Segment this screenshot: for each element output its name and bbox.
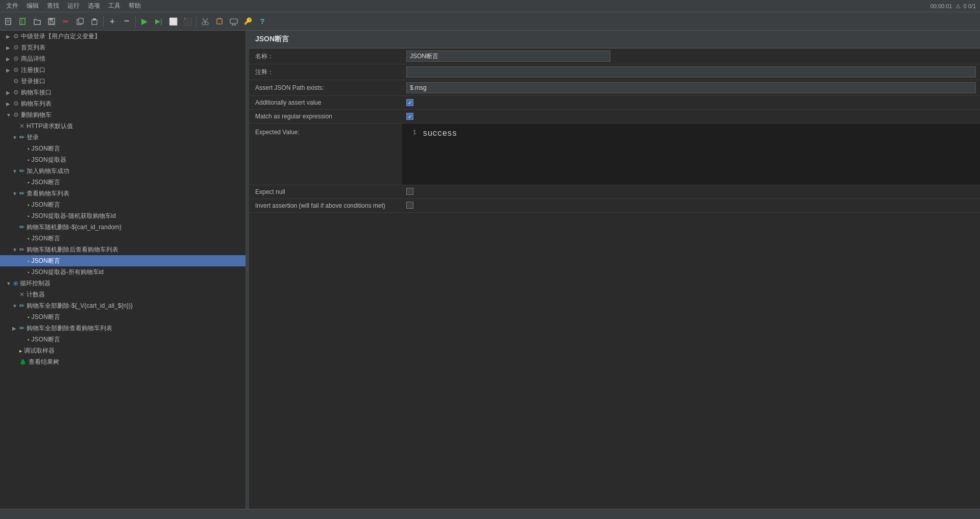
tree-label: 商品详情 [21,55,45,63]
tree-item-home-list[interactable]: ▶ ⚙ 首页列表 [0,42,246,53]
comment-value-cell [402,64,980,80]
tree-item-json-assert-7[interactable]: ▶ ▪ JSON断言 [0,334,246,345]
gear-icon: ⚙ [13,33,19,40]
tree-label: 购物车列表 [21,100,52,108]
tree-item-json-extract-1[interactable]: ▶ ▪ JSON提取器 [0,154,246,165]
tree-item-json-extract-all[interactable]: ▶ ▪ JSON提取器-所有购物车id [0,266,246,278]
tree-item-add-cart[interactable]: ▼ ✏ 加入购物车成功 [0,165,246,177]
tree-item-cart-list[interactable]: ▶ ⚙ 购物车列表 [0,98,246,109]
json-icon: ▪ [28,236,30,241]
tree-item-login[interactable]: ▼ ✏ 登录 [0,132,246,143]
assert-path-input[interactable] [406,82,976,93]
json-icon: ▪ [28,180,30,185]
menu-options[interactable]: 选项 [84,1,104,11]
comment-row: 注释： [249,64,980,80]
tree-label: 购物车全部删除查看购物车列表 [27,324,112,333]
toolbar-run[interactable]: ▶ [138,15,151,28]
toolbar-paste[interactable] [88,15,101,28]
tree-item-login-interface[interactable]: ▶ ⚙ 登录接口 [0,76,246,87]
toolbar-ssl[interactable]: 🔑 [241,15,255,28]
invert-assertion-checkbox[interactable] [406,202,413,209]
warning-icon: ⚠ [955,3,961,10]
arrow-login: ▼ [12,135,18,140]
tree-item-json-assert-1[interactable]: ▶ ▪ JSON断言 [0,143,246,154]
assertion-form: 名称： 注释： Assert JSON Path exi [249,48,980,213]
menu-run[interactable]: 运行 [63,1,84,11]
tree-label: JSON断言 [32,257,60,265]
tree-item-cart-random-delete[interactable]: ▶ ✏ 购物车随机删除-${cart_id_random} [0,221,246,233]
tree-item-json-assert-6[interactable]: ▶ ▪ JSON断言 [0,311,246,323]
tree-item-view-after-delete[interactable]: ▼ ✏ 购物车随机删除后查看购物车列表 [0,244,246,255]
assertion-editor-panel: JSON断言 名称： 注释： [249,31,980,509]
expect-null-checkbox[interactable] [406,188,413,195]
toolbar-function-helper[interactable]: ? [256,15,269,28]
toolbar-new-template[interactable] [16,15,30,28]
tree-item-loop-controller[interactable]: ▼ ⊞ 循环控制器 [0,278,246,289]
match-regex-checkbox[interactable] [406,113,413,120]
tree-item-json-assert-3[interactable]: ▶ ▪ JSON断言 [0,199,246,210]
assert-path-label: Assert JSON Path exists: [249,80,402,96]
comment-label: 注释： [249,64,402,80]
tree-label: 调试取样器 [24,347,55,355]
expect-null-value-cell [402,185,980,199]
tree-item-counter[interactable]: ▶ ✕ 计数器 [0,289,246,300]
tree-item-json-assert-5[interactable]: ▶ ▪ JSON断言 [0,255,246,266]
svg-rect-16 [230,19,237,23]
toolbar-expand[interactable]: + [106,15,119,28]
tree-label: JSON断言 [32,313,60,322]
tree-item-register[interactable]: ▶ ⚙ 注册接口 [0,64,246,76]
toolbar-new-plan[interactable] [2,15,15,28]
toolbar-copy[interactable] [74,15,87,28]
arrow-cart-interface: ▶ [6,90,12,95]
line-numbers: 1 [406,128,416,181]
toolbar-stop[interactable]: ⬜ [166,15,180,28]
svg-rect-0 [6,18,11,24]
menu-edit[interactable]: 编辑 [22,1,43,11]
tree-item-debug-sampler[interactable]: ▶ ▸ 调试取样器 [0,345,246,356]
tree-item-product-detail[interactable]: ▶ ⚙ 商品详情 [0,53,246,64]
menu-help[interactable]: 帮助 [125,1,145,11]
expected-value-cell: 1 success [402,123,980,185]
additionally-assert-row: Additionally assert value [249,96,980,110]
comment-input[interactable] [406,66,976,78]
toolbar-cut[interactable]: ✂ [59,15,72,28]
arrow-view-after-delete: ▼ [12,247,18,253]
toolbar-sep-1 [103,16,104,27]
name-input[interactable] [406,51,610,62]
tree-item-result-tree[interactable]: ▶ 🌲 查看结果树 [0,356,246,367]
tree-item-delete-cart[interactable]: ▼ ⚙ 删除购物车 [0,109,246,120]
toolbar-run-nopause[interactable]: ▶| [152,15,165,28]
toolbar-cut2[interactable] [199,15,212,28]
tree-item-delete-all-carts[interactable]: ▼ ✏ 购物车全部删除-${_V(cart_id_all_${n})} [0,300,246,311]
code-content[interactable]: success [423,128,976,181]
tree-item-json-assert-2[interactable]: ▶ ▪ JSON断言 [0,177,246,188]
name-label: 名称： [249,48,402,64]
tree-label: 循环控制器 [20,279,51,288]
toolbar-save[interactable] [45,15,58,28]
menu-find[interactable]: 查找 [43,1,63,11]
toolbar-shutdown[interactable]: ⬛ [181,15,194,28]
pencil-icon: ✏ [19,134,24,141]
tree-item-http-default[interactable]: ▶ ✕ HTTP请求默认值 [0,120,246,132]
svg-rect-11 [93,18,96,20]
pencil-icon: ✏ [19,167,24,175]
tree-item-cart-interface[interactable]: ▶ ⚙ 购物车接口 [0,87,246,98]
additionally-assert-checkbox[interactable] [406,99,413,106]
tree-item-view-all-deleted[interactable]: ▶ ✏ 购物车全部删除查看购物车列表 [0,323,246,334]
expected-value-editor[interactable]: 1 success [402,123,980,185]
tree-item-view-cart[interactable]: ▼ ✏ 查看购物车列表 [0,188,246,199]
tree-label: JSON断言 [32,335,60,344]
toolbar-remote[interactable] [227,15,240,28]
name-value-cell [402,48,980,64]
toolbar-paste2[interactable] [213,15,226,28]
toolbar-collapse[interactable]: − [120,15,133,28]
arrow-delete-all: ▼ [12,303,18,309]
tree-label: JSON提取器-所有购物车id [32,268,104,277]
menu-tools[interactable]: 工具 [104,1,125,11]
tree-item-advanced-login[interactable]: ▶ ⚙ 中级登录【用户自定义变量】 [0,31,246,42]
menu-file[interactable]: 文件 [2,1,22,11]
tree-item-json-extract-random[interactable]: ▶ ▪ JSON提取器-随机获取购物车id [0,210,246,221]
toolbar-open[interactable] [31,15,44,28]
timer-value: 00:00:01 [930,3,952,9]
tree-item-json-assert-4[interactable]: ▶ ▪ JSON断言 [0,233,246,244]
